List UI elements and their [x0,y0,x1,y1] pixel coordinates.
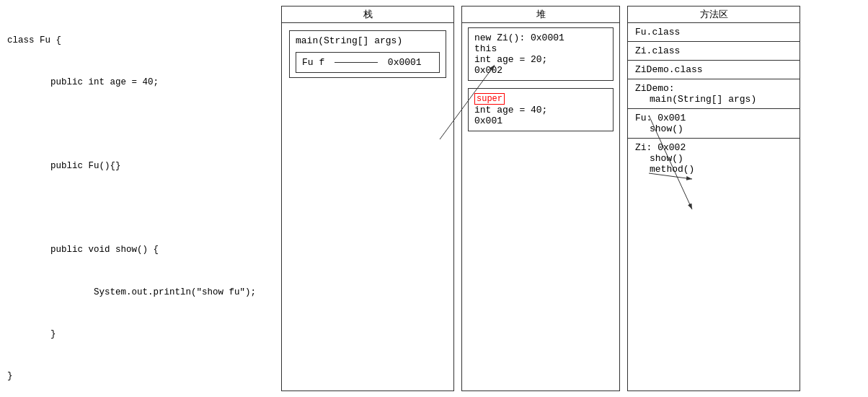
code-line: } [7,328,274,341]
method-section-zi-show: show() [635,153,792,164]
stack-title: 栈 [282,6,453,23]
method-section-zidemo-label: ZiDemo: [635,83,792,94]
stack-var: Fu f [302,57,324,68]
method-section-zi-label: Zi: 0x002 [635,142,792,153]
method-section-zidemo-main: main(String[] args) [635,94,792,105]
code-line: public int age = 40; [7,76,274,90]
method-section-fu-class-label: Fu.class [635,27,792,38]
method-section-zidemo-class-label: ZiDemo.class [635,64,792,75]
heap-object-field: int age = 20; [474,54,607,65]
code-panel: class Fu { public int age = 40; public F… [0,0,281,397]
heap-super-label: super [474,93,607,105]
stack-body: main(String[] args) Fu f 0x0001 [282,23,453,391]
code-line [7,118,274,131]
method-section-fu-class: Fu.class [628,23,800,42]
heap-object-field: int age = 40; [474,105,607,115]
method-section-fu-show: show() [635,123,792,134]
super-keyword: super [474,93,505,105]
heap-title: 堆 [462,6,619,23]
code-line: public Fu(){} [7,160,274,173]
method-body: Fu.class Zi.class ZiDemo.class ZiDemo: m… [628,23,800,391]
heap-object-field: 0x002 [474,65,607,76]
heap-object-fu: super int age = 40; 0x001 [468,88,614,131]
code-line: public void show() { [7,243,274,257]
heap-object-field: this [474,43,607,54]
code-line: System.out.println("show fu"); [7,286,274,300]
method-section-zidemo: ZiDemo: main(String[] args) [628,79,800,109]
stack-addr: 0x0001 [388,57,422,68]
method-section-zi: Zi: 0x002 show() method() [628,139,800,178]
code-line [7,201,274,215]
method-section-zi-class: Zi.class [628,42,800,61]
code-line: } [7,370,274,383]
method-section-zi-method: method() [635,164,792,175]
method-section-zidemo-class: ZiDemo.class [628,61,800,79]
method-section-fu: Fu: 0x001 show() [628,109,800,139]
heap-object-field: 0x001 [474,115,607,126]
stack-divider [335,62,378,63]
stack-frame-outer: main(String[] args) Fu f 0x0001 [289,30,446,78]
method-section-zi-class-label: Zi.class [635,45,792,56]
heap-body: new Zi(): 0x0001 this int age = 20; 0x00… [462,23,619,391]
method-section-fu-label: Fu: 0x001 [635,113,792,123]
heap-panel: 堆 new Zi(): 0x0001 this int age = 20; 0x… [461,6,620,391]
code-line: class Fu { [7,34,274,48]
heap-object-zi: new Zi(): 0x0001 this int age = 20; 0x00… [468,27,614,81]
method-title: 方法区 [628,6,800,23]
stack-panel: 栈 main(String[] args) Fu f 0x0001 [281,6,454,391]
stack-frame-label: main(String[] args) [296,35,440,46]
stack-frame-inner: Fu f 0x0001 [296,52,440,73]
heap-object-header: new Zi(): 0x0001 [474,32,607,43]
method-panel: 方法区 Fu.class Zi.class ZiDemo.class ZiDem… [627,6,800,391]
